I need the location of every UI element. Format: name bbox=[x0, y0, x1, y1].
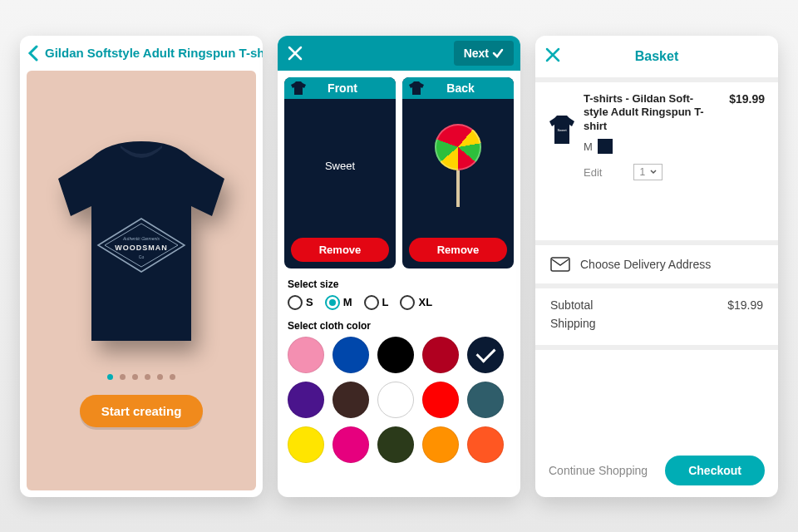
color-swatch[interactable] bbox=[467, 337, 504, 373]
color-swatch[interactable] bbox=[377, 382, 414, 418]
cart-item-name: T-shirts - Gildan Soft-style Adult Rings… bbox=[584, 92, 708, 135]
divider bbox=[535, 345, 778, 350]
chevron-down-icon bbox=[650, 170, 657, 175]
shipping-label: Shipping bbox=[550, 317, 596, 330]
remove-back-button[interactable]: Remove bbox=[409, 238, 507, 262]
color-swatch[interactable] bbox=[467, 382, 504, 418]
radio-icon bbox=[325, 295, 340, 310]
checkout-button[interactable]: Checkout bbox=[665, 456, 765, 485]
color-swatch[interactable] bbox=[422, 337, 459, 373]
check-icon bbox=[492, 47, 504, 59]
cart-item-price: $19.99 bbox=[729, 92, 765, 230]
front-panel[interactable]: Front Sweet Remove bbox=[284, 77, 396, 268]
close-icon[interactable] bbox=[284, 42, 306, 64]
next-label: Next bbox=[464, 47, 489, 60]
back-icon[interactable] bbox=[27, 44, 40, 62]
color-swatch[interactable] bbox=[332, 382, 369, 418]
color-swatch[interactable] bbox=[377, 426, 414, 463]
color-label: Select cloth color bbox=[278, 317, 520, 337]
size-options: S M L XL bbox=[278, 295, 520, 317]
start-creating-button[interactable]: Start creating bbox=[80, 395, 204, 427]
continue-shopping-link[interactable]: Continue Shopping bbox=[549, 464, 655, 477]
dot[interactable] bbox=[170, 374, 175, 380]
cart-variant: M bbox=[584, 139, 721, 154]
size-l[interactable]: L bbox=[364, 295, 389, 310]
color-swatch[interactable] bbox=[288, 337, 324, 373]
variant-color-swatch bbox=[598, 139, 613, 154]
radio-icon bbox=[400, 295, 415, 310]
back-panel[interactable]: Back Remove bbox=[402, 77, 514, 268]
color-swatch[interactable] bbox=[332, 426, 369, 463]
cart-thumbnail[interactable]: Sweet bbox=[549, 114, 575, 145]
dot[interactable] bbox=[157, 374, 163, 380]
edit-link[interactable]: Edit bbox=[584, 166, 602, 179]
header: Basket bbox=[535, 36, 778, 77]
cart-item: Sweet T-shirts - Gildan Soft-style Adult… bbox=[535, 82, 778, 240]
svg-text:Co: Co bbox=[139, 254, 145, 259]
subtotal-value: $19.99 bbox=[727, 298, 763, 312]
color-swatch[interactable] bbox=[332, 337, 369, 373]
back-title: Back bbox=[414, 81, 507, 95]
header: Next bbox=[278, 36, 520, 71]
carousel-dots[interactable] bbox=[107, 374, 175, 380]
basket-footer: Continue Shopping Checkout bbox=[535, 444, 778, 497]
size-label: Select size bbox=[278, 275, 520, 295]
dot[interactable] bbox=[145, 374, 150, 380]
front-title: Front bbox=[296, 81, 389, 95]
color-swatch[interactable] bbox=[288, 382, 324, 418]
delivery-address-row[interactable]: Choose Delivery Address bbox=[535, 245, 778, 283]
radio-icon bbox=[288, 295, 303, 310]
svg-rect-4 bbox=[551, 258, 569, 271]
color-swatches bbox=[278, 337, 520, 471]
size-m[interactable]: M bbox=[325, 295, 352, 310]
subtotal-label: Subtotal bbox=[550, 298, 593, 312]
color-swatch[interactable] bbox=[377, 337, 414, 373]
front-text: Sweet bbox=[325, 160, 355, 172]
radio-icon bbox=[364, 295, 379, 310]
remove-front-button[interactable]: Remove bbox=[291, 238, 389, 262]
lollipop-icon bbox=[435, 124, 481, 207]
product-canvas: Authentic Garments WOODSMAN Co Start cre… bbox=[27, 71, 256, 490]
color-swatch[interactable] bbox=[422, 426, 459, 463]
size-s[interactable]: S bbox=[288, 295, 313, 310]
size-xl[interactable]: XL bbox=[400, 295, 432, 310]
panel-header: Front bbox=[284, 77, 396, 99]
customize-screen: Next Front Sweet Remove Back bbox=[278, 36, 520, 497]
back-design[interactable] bbox=[402, 99, 514, 233]
cart-edit-row: Edit 1 bbox=[584, 164, 721, 180]
basket-title: Basket bbox=[544, 49, 770, 64]
color-swatch[interactable] bbox=[288, 426, 324, 463]
cart-item-info: T-shirts - Gildan Soft-style Adult Rings… bbox=[584, 92, 721, 230]
delivery-label: Choose Delivery Address bbox=[580, 258, 711, 271]
variant-size: M bbox=[584, 140, 593, 153]
next-button[interactable]: Next bbox=[454, 41, 514, 66]
dot[interactable] bbox=[132, 374, 138, 380]
page-title: Gildan Softstyle Adult Ringspun T-shirt bbox=[45, 46, 263, 60]
svg-text:WOODSMAN: WOODSMAN bbox=[115, 244, 168, 252]
subtotal-row: Subtotal $19.99 bbox=[550, 298, 763, 312]
mail-icon bbox=[550, 257, 570, 272]
color-swatch[interactable] bbox=[422, 382, 459, 418]
design-panels: Front Sweet Remove Back Remove bbox=[278, 71, 520, 275]
dot[interactable] bbox=[107, 374, 113, 380]
color-swatch[interactable] bbox=[467, 426, 504, 463]
svg-text:Authentic Garments: Authentic Garments bbox=[122, 236, 160, 241]
shipping-row: Shipping bbox=[550, 317, 763, 330]
tshirt-preview[interactable]: Authentic Garments WOODSMAN Co bbox=[50, 133, 233, 349]
svg-text:Sweet: Sweet bbox=[557, 128, 567, 132]
front-design[interactable]: Sweet bbox=[284, 99, 396, 233]
quantity-select[interactable]: 1 bbox=[633, 164, 663, 180]
header: Gildan Softstyle Adult Ringspun T-shirt bbox=[20, 36, 263, 71]
totals: Subtotal $19.99 Shipping bbox=[535, 288, 778, 345]
product-screen: Gildan Softstyle Adult Ringspun T-shirt … bbox=[20, 36, 263, 497]
basket-screen: Basket Sweet T-shirts - Gildan Soft-styl… bbox=[535, 36, 778, 497]
dot[interactable] bbox=[120, 374, 126, 380]
panel-header: Back bbox=[402, 77, 514, 99]
